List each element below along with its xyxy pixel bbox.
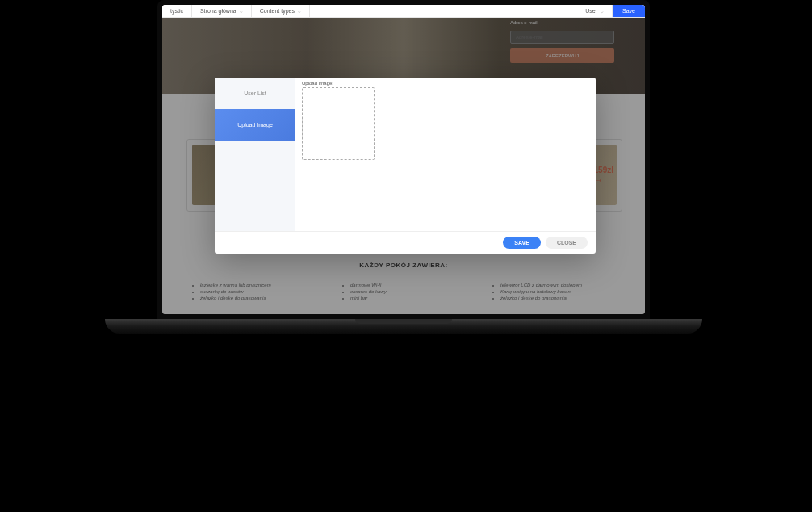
logo-text: tystic [170, 8, 183, 14]
chevron-down-icon: ⌵ [601, 8, 604, 14]
modal-content: Upload Image: [295, 78, 596, 231]
topbar: tystic Strona główna ⌵ Content types ⌵ U… [162, 5, 645, 18]
nav-home[interactable]: Strona główna ⌵ [192, 5, 252, 17]
topbar-save-button[interactable]: Save [613, 5, 645, 17]
upload-modal: User List Upload Image Upload Image: SAV… [215, 78, 596, 254]
topbar-right: User ⌵ Save [577, 5, 645, 17]
close-button[interactable]: CLOSE [546, 237, 588, 249]
chevron-down-icon: ⌵ [298, 8, 301, 14]
save-label: Save [622, 8, 635, 14]
nav-home-label: Strona główna [200, 8, 236, 14]
laptop-base [105, 319, 702, 334]
modal-footer: SAVE CLOSE [215, 231, 596, 254]
modal-body: User List Upload Image Upload Image: [215, 78, 596, 231]
upload-label: Upload Image: [302, 81, 589, 86]
nav-content-types-label: Content types [260, 8, 295, 14]
logo[interactable]: tystic [162, 5, 192, 17]
chevron-down-icon: ⌵ [240, 8, 243, 14]
nav-content-types[interactable]: Content types ⌵ [252, 5, 310, 17]
tab-user-list[interactable]: User List [215, 78, 295, 109]
user-label: User [585, 8, 597, 14]
upload-dropzone[interactable] [302, 87, 375, 160]
save-button[interactable]: SAVE [503, 237, 541, 249]
tab-upload-image[interactable]: Upload Image [215, 109, 295, 141]
modal-sidebar: User List Upload Image [215, 78, 295, 231]
laptop-notch [355, 319, 452, 324]
user-menu[interactable]: User ⌵ [577, 5, 613, 17]
